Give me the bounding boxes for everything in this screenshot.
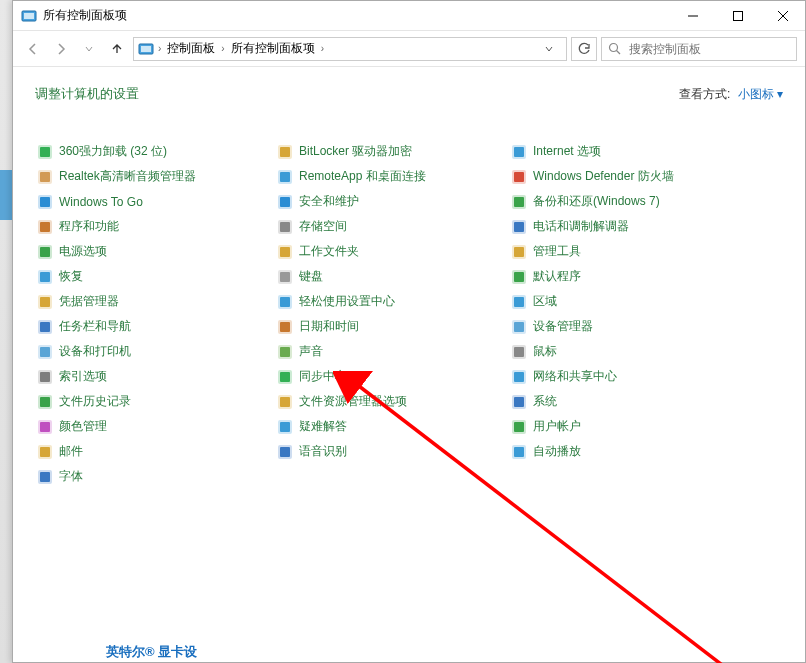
svg-rect-31 [40, 397, 50, 407]
cp-item-power[interactable]: 电源选项 [35, 239, 275, 264]
cp-item-datetime[interactable]: 日期和时间 [275, 314, 509, 339]
cp-item-indexing[interactable]: 索引选项 [35, 364, 275, 389]
cp-item-programs[interactable]: 程序和功能 [35, 214, 275, 239]
svg-rect-57 [280, 372, 290, 382]
cp-item-label: 任务栏和导航 [59, 318, 131, 335]
page-title: 调整计算机的设置 [35, 85, 139, 103]
devices-icon [37, 344, 53, 360]
cp-item-storage[interactable]: 存储空间 [275, 214, 509, 239]
uninstall360-icon [37, 144, 53, 160]
cp-item-workfolders[interactable]: 工作文件夹 [275, 239, 509, 264]
svg-rect-19 [40, 247, 50, 257]
cp-item-explorer[interactable]: 文件资源管理器选项 [275, 389, 509, 414]
recent-dropdown[interactable] [77, 37, 101, 61]
breadcrumb-seg-2[interactable]: 所有控制面板项 [227, 40, 319, 57]
cp-item-region[interactable]: 区域 [509, 289, 749, 314]
cp-item-speech[interactable]: 语音识别 [275, 439, 509, 464]
cp-item-users[interactable]: 用户帐户 [509, 414, 749, 439]
cp-item-network[interactable]: 网络和共享中心 [509, 364, 749, 389]
cp-item-wintogo[interactable]: Windows To Go [35, 189, 275, 214]
cp-item-sound[interactable]: 声音 [275, 339, 509, 364]
chevron-right-icon[interactable]: › [321, 43, 324, 54]
cp-item-troubleshoot[interactable]: 疑难解答 [275, 414, 509, 439]
cp-item-color[interactable]: 颜色管理 [35, 414, 275, 439]
breadcrumb[interactable]: › 控制面板 › 所有控制面板项 › [133, 37, 567, 61]
svg-rect-49 [280, 272, 290, 282]
cp-item-filehistory[interactable]: 文件历史记录 [35, 389, 275, 414]
cp-item-system[interactable]: 系统 [509, 389, 749, 414]
cp-item-label: 疑难解答 [299, 418, 347, 435]
refresh-button[interactable] [571, 37, 597, 61]
cp-item-autoplay[interactable]: 自动播放 [509, 439, 749, 464]
cp-item-mail[interactable]: 邮件 [35, 439, 275, 464]
cp-item-security[interactable]: 安全和维护 [275, 189, 509, 214]
forward-button[interactable] [49, 37, 73, 61]
svg-rect-79 [514, 322, 524, 332]
cp-item-taskbar[interactable]: 任务栏和导航 [35, 314, 275, 339]
cp-item-label: 安全和维护 [299, 193, 359, 210]
cp-item-admintools[interactable]: 管理工具 [509, 239, 749, 264]
breadcrumb-seg-1[interactable]: 控制面板 [163, 40, 219, 57]
close-button[interactable] [760, 1, 805, 30]
cp-item-keyboard[interactable]: 键盘 [275, 264, 509, 289]
search-input[interactable] [627, 41, 790, 57]
control-panel-icon [21, 8, 37, 24]
search-box[interactable] [601, 37, 797, 61]
power-icon [37, 244, 53, 260]
cp-item-sync[interactable]: 同步中心 [275, 364, 509, 389]
view-by-dropdown[interactable]: 小图标 ▾ [738, 87, 783, 101]
svg-rect-53 [280, 322, 290, 332]
up-button[interactable] [105, 37, 129, 61]
cp-item-remoteapp[interactable]: RemoteApp 和桌面连接 [275, 164, 509, 189]
view-by-label: 查看方式: [679, 87, 730, 101]
cp-item-devmgr[interactable]: 设备管理器 [509, 314, 749, 339]
svg-rect-25 [40, 322, 50, 332]
cp-item-label: 轻松使用设置中心 [299, 293, 395, 310]
cp-item-phone[interactable]: 电话和调制解调器 [509, 214, 749, 239]
breadcrumb-dropdown[interactable] [544, 44, 562, 54]
cp-item-credential[interactable]: 凭据管理器 [35, 289, 275, 314]
back-button[interactable] [21, 37, 45, 61]
svg-rect-73 [514, 247, 524, 257]
svg-rect-83 [514, 372, 524, 382]
chevron-right-icon[interactable]: › [221, 43, 224, 54]
cp-item-ease[interactable]: 轻松使用设置中心 [275, 289, 509, 314]
cp-item-label: 凭据管理器 [59, 293, 119, 310]
svg-rect-87 [514, 422, 524, 432]
svg-rect-67 [514, 172, 524, 182]
svg-rect-29 [40, 372, 50, 382]
mouse-icon [511, 344, 527, 360]
cp-item-label: Windows Defender 防火墙 [533, 168, 674, 185]
chevron-right-icon[interactable]: › [158, 43, 161, 54]
cp-item-mouse[interactable]: 鼠标 [509, 339, 749, 364]
cp-item-label: 电话和调制解调器 [533, 218, 629, 235]
fonts-icon [37, 469, 53, 485]
cp-item-label: 语音识别 [299, 443, 347, 460]
cp-item-label: Windows To Go [59, 195, 143, 209]
minimize-button[interactable] [670, 1, 715, 30]
search-icon [608, 42, 621, 55]
svg-rect-43 [280, 197, 290, 207]
mail-icon [37, 444, 53, 460]
svg-rect-35 [40, 447, 50, 457]
cp-item-devices[interactable]: 设备和打印机 [35, 339, 275, 364]
cp-item-label: 备份和还原(Windows 7) [533, 193, 660, 210]
svg-rect-39 [280, 147, 290, 157]
cp-item-recovery[interactable]: 恢复 [35, 264, 275, 289]
network-icon [511, 369, 527, 385]
cp-item-uninstall360[interactable]: 360强力卸载 (32 位) [35, 139, 275, 164]
cp-item-backup[interactable]: 备份和还原(Windows 7) [509, 189, 749, 214]
cp-item-fonts[interactable]: 字体 [35, 464, 275, 489]
cp-item-firewall[interactable]: Windows Defender 防火墙 [509, 164, 749, 189]
sync-icon [277, 369, 293, 385]
breadcrumb-icon [138, 41, 154, 57]
users-icon [511, 419, 527, 435]
svg-rect-75 [514, 272, 524, 282]
backup-icon [511, 194, 527, 210]
cp-item-defaults[interactable]: 默认程序 [509, 264, 749, 289]
cp-item-realtek[interactable]: Realtek高清晰音频管理器 [35, 164, 275, 189]
svg-rect-7 [141, 46, 151, 52]
maximize-button[interactable] [715, 1, 760, 30]
cp-item-bitlocker[interactable]: BitLocker 驱动器加密 [275, 139, 509, 164]
cp-item-internet[interactable]: Internet 选项 [509, 139, 749, 164]
